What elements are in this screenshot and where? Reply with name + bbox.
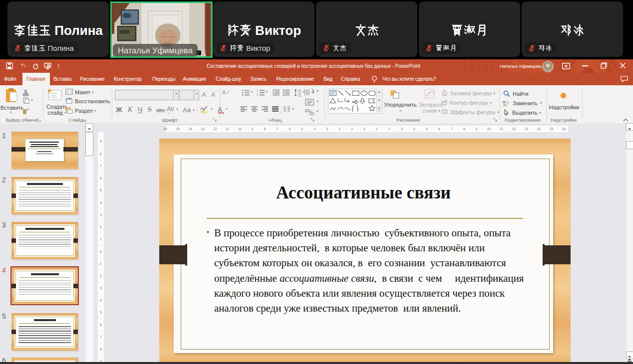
svg-text:2: 2 — [257, 93, 258, 96]
svg-text:1: 1 — [257, 89, 258, 92]
svg-text:А: А — [222, 89, 226, 95]
svg-text:ac: ac — [503, 103, 507, 107]
